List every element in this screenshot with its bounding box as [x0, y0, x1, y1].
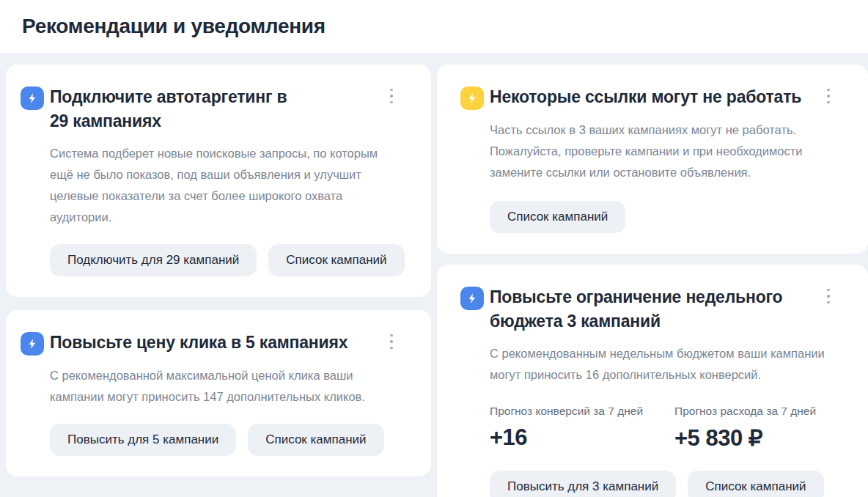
stat-value: +5 830 ₽ — [674, 424, 816, 452]
card-title: Повысьте цену клика в 5 кампаниях — [50, 331, 347, 355]
card-actions: Повысить для 3 кампаний Список кампаний — [490, 471, 847, 497]
stat-label: Прогноз конверсий за 7 дней — [490, 405, 674, 418]
campaign-list-button[interactable]: Список кампаний — [490, 201, 625, 233]
stat-value: +16 — [490, 424, 674, 451]
lightning-icon — [460, 86, 484, 110]
card-header: Некоторые ссылки могут не работать — [460, 85, 847, 110]
more-options-button[interactable] — [821, 287, 836, 306]
card-title: Некоторые ссылки могут не работать — [490, 85, 801, 109]
card-autotargeting: Подключите автотаргетинг в 29 кампаниях … — [6, 65, 431, 297]
card-header: Повысьте ограничение недельного бюджета … — [460, 285, 847, 334]
lightning-icon — [21, 332, 44, 356]
card-description: С рекомендованной максимальной ценой кли… — [50, 365, 380, 408]
recommendations-grid: Подключите автотаргетинг в 29 кампаниях … — [6, 65, 868, 497]
more-options-button[interactable] — [821, 86, 836, 106]
stat-label: Прогноз расхода за 7 дней — [674, 405, 816, 418]
more-options-button[interactable] — [384, 86, 399, 106]
campaign-list-button[interactable]: Список кампаний — [688, 471, 823, 497]
more-options-button[interactable] — [384, 332, 399, 351]
card-actions: Список кампаний — [490, 201, 847, 233]
lightning-icon — [21, 86, 44, 110]
card-header: Подключите автотаргетинг в 29 кампаниях — [21, 85, 411, 133]
page-title: Рекомендации и уведомления — [22, 15, 326, 38]
card-broken-links: Некоторые ссылки могут не работать Часть… — [437, 65, 868, 254]
forecast-stats: Прогноз конверсий за 7 дней +16 Прогноз … — [490, 405, 847, 452]
page-header: Рекомендации и уведомления — [0, 0, 868, 53]
card-click-price: Повысьте цену клика в 5 кампаниях С реко… — [6, 310, 431, 476]
conversions-forecast: Прогноз конверсий за 7 дней +16 — [490, 405, 674, 452]
card-weekly-budget: Повысьте ограничение недельного бюджета … — [437, 265, 868, 497]
raise-budget-button[interactable]: Повысить для 3 кампаний — [490, 471, 676, 497]
card-title: Повысьте ограничение недельного бюджета … — [490, 285, 812, 334]
card-actions: Повысить для 5 кампании Список кампаний — [50, 424, 411, 456]
card-description: Часть ссылок в 3 ваших кампаниях могут н… — [490, 119, 828, 183]
card-description: С рекомендованным недельным бюджетом ваш… — [490, 343, 827, 386]
left-column: Подключите автотаргетинг в 29 кампаниях … — [6, 65, 431, 497]
right-column: Некоторые ссылки могут не работать Часть… — [437, 65, 868, 497]
lightning-icon — [460, 287, 484, 310]
apply-autotargeting-button[interactable]: Подключить для 29 кампаний — [50, 244, 257, 276]
card-header: Повысьте цену клика в 5 кампаниях — [21, 331, 411, 356]
card-actions: Подключить для 29 кампаний Список кампан… — [50, 244, 411, 276]
campaign-list-button[interactable]: Список кампаний — [268, 244, 404, 276]
spend-forecast: Прогноз расхода за 7 дней +5 830 ₽ — [674, 405, 816, 452]
raise-click-price-button[interactable]: Повысить для 5 кампании — [50, 424, 236, 456]
card-description: Система подберет новые поисковые запросы… — [50, 143, 387, 228]
card-title: Подключите автотаргетинг в 29 кампаниях — [50, 85, 303, 133]
campaign-list-button[interactable]: Список кампаний — [248, 424, 383, 456]
